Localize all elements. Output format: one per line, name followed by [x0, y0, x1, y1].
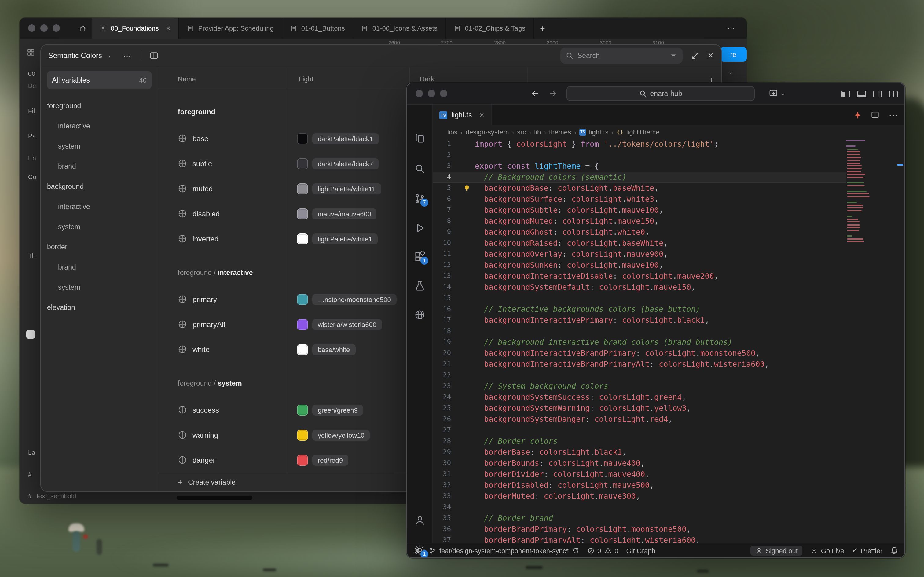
- token-pill[interactable]: darkPalette/black1: [312, 133, 378, 144]
- light-value-cell[interactable]: red/red9: [297, 447, 348, 472]
- code-line[interactable]: 3export const lightTheme = {: [433, 161, 846, 172]
- screencast-button[interactable]: ⌄: [769, 89, 785, 98]
- code-line[interactable]: 30 borderBounds: colorsLight.mauve400,: [433, 458, 846, 469]
- nav-subgroup[interactable]: system: [41, 216, 158, 237]
- code-editor[interactable]: 1import { colorsLight } from '../tokens/…: [433, 139, 846, 543]
- code-line[interactable]: 10 backgroundRaised: colorsLight.baseWhi…: [433, 238, 846, 249]
- breadcrumb-item[interactable]: lightTheme: [626, 128, 660, 136]
- code-line[interactable]: 4 // Background colors (semantic): [433, 172, 846, 183]
- tabs-overflow-button[interactable]: ⋯: [727, 18, 736, 39]
- code-line[interactable]: 13 backgroundInteractiveDisable: colorsL…: [433, 271, 846, 282]
- token-pill[interactable]: …nstone/moonstone500: [312, 294, 397, 305]
- zoom-menu-chevron-icon[interactable]: ⌄: [728, 69, 733, 75]
- code-line[interactable]: 28 // Border colors: [433, 436, 846, 447]
- accounts-button[interactable]: [407, 514, 433, 526]
- code-line[interactable]: 18: [433, 326, 846, 337]
- browser-preview-button[interactable]: [407, 309, 433, 321]
- light-value-cell[interactable]: green/green9: [297, 397, 363, 422]
- close-window-button[interactable]: [415, 90, 423, 97]
- breadcrumb-item[interactable]: lib: [534, 128, 541, 136]
- color-swatch[interactable]: [297, 455, 308, 466]
- token-pill[interactable]: red/red9: [312, 455, 348, 466]
- code-line[interactable]: 16 // Interactive backgrounds colors (ba…: [433, 304, 846, 315]
- breadcrumb-item[interactable]: light.ts: [589, 128, 608, 136]
- code-line[interactable]: 1import { colorsLight } from '../tokens/…: [433, 139, 846, 150]
- color-swatch[interactable]: [297, 233, 308, 244]
- editor-tab[interactable]: TS light.ts ✕: [433, 105, 492, 125]
- git-graph-button[interactable]: Git Graph: [626, 547, 655, 554]
- code-line[interactable]: 36 borderBrandPrimary: colorsLight.moons…: [433, 524, 846, 535]
- light-value-cell[interactable]: lightPalette/white1: [297, 226, 378, 251]
- nav-subgroup[interactable]: brand: [41, 156, 158, 176]
- extension-sparkle-icon[interactable]: [854, 111, 862, 119]
- light-value-cell[interactable]: darkPalette/black7: [297, 151, 378, 176]
- code-line[interactable]: 29 borderBase: colorsLight.black1,: [433, 447, 846, 458]
- minimize-window-button[interactable]: [40, 24, 48, 32]
- code-line[interactable]: 19 // background interactive brand color…: [433, 337, 846, 348]
- settings-button[interactable]: 1: [407, 544, 433, 556]
- code-line[interactable]: 7 backgroundSubtle: colorsLight.mauve100…: [433, 205, 846, 216]
- layer-row[interactable]: # text_semibold: [28, 492, 76, 500]
- code-line[interactable]: 12 backgroundSunken: colorsLight.mauve10…: [433, 260, 846, 271]
- testing-button[interactable]: [407, 280, 433, 292]
- source-control-button[interactable]: 7: [407, 193, 433, 205]
- nav-subgroup[interactable]: system: [41, 136, 158, 156]
- light-value-cell[interactable]: lightPalette/white11: [297, 176, 381, 201]
- code-line[interactable]: 11 backgroundOverlay: colorsLight.mauve9…: [433, 249, 846, 260]
- toggle-secondary-sidebar-icon[interactable]: [872, 89, 882, 99]
- search-view-button[interactable]: [407, 163, 433, 175]
- nav-subgroup[interactable]: system: [41, 277, 158, 297]
- explorer-button[interactable]: [407, 132, 433, 144]
- close-icon[interactable]: ✕: [480, 111, 485, 118]
- light-value-cell[interactable]: yellow/yellow10: [297, 422, 370, 447]
- minimap[interactable]: [846, 140, 873, 244]
- color-swatch[interactable]: [297, 158, 308, 169]
- expand-panel-button[interactable]: [691, 52, 699, 60]
- toggle-panel-icon[interactable]: [857, 89, 866, 99]
- nav-group[interactable]: background: [41, 176, 158, 196]
- code-line[interactable]: 24 backgroundSystemSuccess: colorsLight.…: [433, 392, 846, 403]
- filter-icon[interactable]: [670, 52, 677, 59]
- nav-subgroup[interactable]: interactive: [41, 196, 158, 216]
- sidebar-toggle-button[interactable]: [150, 52, 158, 60]
- extensions-button[interactable]: 1: [407, 251, 433, 263]
- close-window-button[interactable]: [28, 24, 35, 32]
- token-pill[interactable]: mauve/mauve600: [312, 208, 377, 219]
- customize-layout-icon[interactable]: [889, 89, 898, 99]
- panel-menu-button[interactable]: ⋯: [123, 51, 132, 60]
- forward-arrow-icon[interactable]: [549, 89, 557, 98]
- code-line[interactable]: 25 backgroundSystemWarning: colorsLight.…: [433, 403, 846, 414]
- code-line[interactable]: 23 // System background colors: [433, 381, 846, 392]
- close-icon[interactable]: ✕: [166, 25, 171, 31]
- minimize-window-button[interactable]: [428, 90, 435, 97]
- code-line[interactable]: 26 backgroundSystemDanger: colorsLight.r…: [433, 414, 846, 425]
- split-editor-icon[interactable]: [871, 111, 879, 119]
- back-arrow-icon[interactable]: [531, 89, 539, 98]
- code-line[interactable]: 33 borderMuted: colorsLight.mauve300,: [433, 491, 846, 502]
- toggle-sidebar-icon[interactable]: [841, 89, 851, 99]
- prettier-button[interactable]: ✓ Prettier: [852, 546, 882, 554]
- horizontal-scrollbar[interactable]: [177, 496, 253, 500]
- zoom-window-button[interactable]: [440, 90, 448, 97]
- token-pill[interactable]: base/white: [312, 344, 355, 355]
- code-line[interactable]: 37 borderBrandPrimaryAlt: colorsLight.wi…: [433, 535, 846, 543]
- token-pill[interactable]: lightPalette/white1: [312, 233, 378, 244]
- breadcrumb-item[interactable]: design-system: [466, 128, 509, 136]
- more-actions-button[interactable]: ⋯: [889, 109, 898, 121]
- code-line[interactable]: 9 backgroundGhost: colorsLight.white0,: [433, 227, 846, 238]
- token-pill[interactable]: darkPalette/black7: [312, 158, 378, 169]
- figma-tab[interactable]: Provider App: Scheduling: [179, 18, 282, 39]
- color-swatch[interactable]: [297, 183, 308, 194]
- new-tab-button[interactable]: +: [540, 24, 545, 32]
- code-line[interactable]: 21 backgroundInteractiveBrandPrimaryAlt:…: [433, 359, 846, 370]
- nav-subgroup[interactable]: brand: [41, 257, 158, 277]
- code-line[interactable]: 32 borderDisabled: colorsLight.mauve500,: [433, 480, 846, 491]
- code-line[interactable]: 5 backgroundBase: colorsLight.baseWhite,: [433, 183, 846, 194]
- home-button[interactable]: [73, 18, 92, 39]
- color-swatch[interactable]: [297, 319, 308, 330]
- light-value-cell[interactable]: mauve/mauve600: [297, 201, 377, 226]
- signed-out-status[interactable]: Signed out: [750, 546, 803, 555]
- color-swatch[interactable]: [297, 133, 308, 144]
- code-line[interactable]: 2: [433, 150, 846, 161]
- notifications-button[interactable]: [890, 546, 898, 554]
